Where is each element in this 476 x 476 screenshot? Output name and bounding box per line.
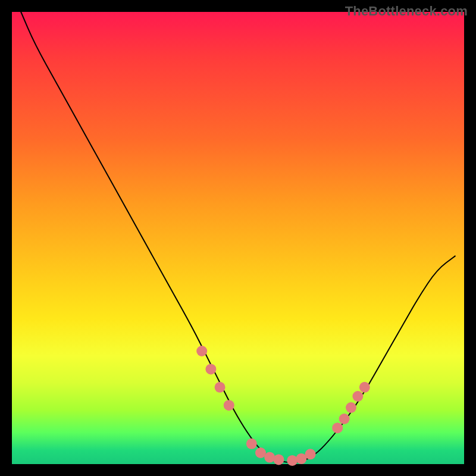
optimum-marker	[273, 454, 284, 465]
optimum-marker	[264, 452, 275, 463]
optimum-marker	[305, 449, 316, 459]
optimum-marker	[215, 382, 226, 393]
optimum-marker	[224, 400, 234, 411]
optimum-marker	[205, 364, 216, 374]
chart-svg	[12, 12, 464, 464]
optimum-marker	[332, 422, 343, 433]
optimum-marker	[359, 382, 370, 393]
optimum-marker	[287, 455, 298, 466]
chart-frame: TheBottleneck.com	[0, 0, 476, 476]
optimum-markers	[196, 346, 370, 466]
optimum-marker	[346, 402, 356, 413]
bottleneck-curve	[21, 12, 455, 462]
optimum-marker	[246, 439, 257, 449]
optimum-marker	[339, 414, 350, 424]
optimum-marker	[352, 391, 363, 402]
optimum-marker	[196, 346, 207, 356]
